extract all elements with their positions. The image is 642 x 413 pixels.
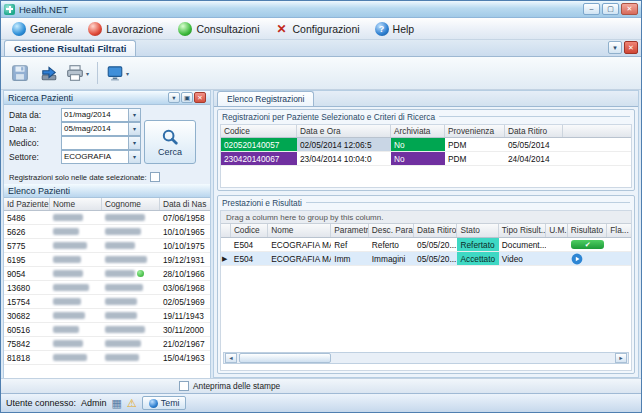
- tab-gestione-risultati-filtrati[interactable]: Gestione Risultati Filtrati: [4, 40, 136, 56]
- maximize-button[interactable]: ▢: [602, 3, 619, 15]
- only-dates-row: Registrazioni solo nelle date selezionat…: [9, 170, 205, 184]
- connected-user-value: Admin: [81, 398, 107, 408]
- column-header[interactable]: Id Paziente: [4, 198, 50, 210]
- column-header[interactable]: Data Ritiro: [505, 125, 563, 137]
- scrollbar-thumb[interactable]: [239, 353, 331, 363]
- column-header[interactable]: Codice: [231, 224, 268, 237]
- results-grid-header: Codice Nome Parametro Desc. Para... Data…: [221, 224, 631, 238]
- menu-item-label: Configurazioni: [292, 23, 359, 35]
- column-header[interactable]: Data e Ora: [297, 125, 391, 137]
- patient-id: 9054: [4, 267, 50, 280]
- footer-band: Anteprima delle stampe: [1, 378, 641, 393]
- table-row[interactable]: 020520140057 02/05/2014 12:06:5 No PDM 0…: [221, 138, 631, 152]
- close-button[interactable]: ✕: [621, 3, 638, 15]
- table-row[interactable]: 5775 10/10/1975: [4, 239, 210, 253]
- only-dates-checkbox[interactable]: [150, 172, 160, 182]
- registration-source: PDM: [445, 152, 505, 165]
- patient-name-redacted: [50, 351, 102, 364]
- column-header[interactable]: Codice: [221, 125, 297, 137]
- patient-surname-redacted: [102, 225, 160, 238]
- patient-surname-redacted: [102, 295, 160, 308]
- patient-id: 75842: [4, 337, 50, 350]
- result-value-cell[interactable]: ✔: [568, 238, 607, 251]
- import-button[interactable]: [35, 60, 62, 87]
- table-row[interactable]: 60516 30/11/2000: [4, 323, 210, 337]
- warning-icon[interactable]: ⚠: [127, 398, 137, 409]
- data-a-combo[interactable]: 05/mag/2014 ▾: [61, 122, 141, 136]
- print-button[interactable]: ▾: [64, 60, 91, 87]
- panel-close-icon[interactable]: ✕: [194, 92, 206, 103]
- group-by-drop-area[interactable]: Drag a column here to group by this colu…: [221, 211, 631, 224]
- column-header[interactable]: U.M.: [546, 224, 568, 237]
- patient-dob: 19/11/1943: [160, 309, 208, 322]
- column-header[interactable]: Archiviata: [391, 125, 445, 137]
- result-um: [546, 252, 568, 265]
- table-row[interactable]: ▶ E504 ECOGRAFIA MAMMARIA Imm Immagini 0…: [221, 252, 631, 266]
- panel-collapse-icon[interactable]: ▾: [168, 92, 180, 103]
- theme-icon: [149, 399, 158, 408]
- column-header[interactable]: Cognome: [102, 198, 160, 210]
- table-row[interactable]: 5626 10/10/1965: [4, 225, 210, 239]
- monitor-button[interactable]: ▾: [104, 60, 131, 87]
- table-row[interactable]: 9054 28/10/1966: [4, 267, 210, 281]
- table-row[interactable]: 6195 19/12/1931: [4, 253, 210, 267]
- grid-icon[interactable]: ▦: [112, 398, 122, 409]
- chevron-down-icon[interactable]: ▾: [128, 137, 140, 149]
- tab-strip-buttons: ▾ ✕: [608, 41, 641, 56]
- panel-pin-icon[interactable]: ▣: [181, 92, 193, 103]
- tab-list-dropdown-icon[interactable]: ▾: [608, 41, 622, 54]
- column-header[interactable]: Desc. Para...: [369, 224, 414, 237]
- tab-close-icon[interactable]: ✕: [624, 41, 638, 54]
- settore-combo[interactable]: ECOGRAFIA ▾: [61, 150, 141, 164]
- print-dropdown-icon[interactable]: ▾: [86, 70, 89, 77]
- scroll-right-icon[interactable]: ►: [615, 353, 627, 363]
- data-da-combo[interactable]: 01/mag/2014 ▾: [61, 108, 141, 122]
- temi-button[interactable]: Temi: [142, 396, 187, 410]
- menu-item-help[interactable]: ? Help: [368, 20, 422, 38]
- column-header[interactable]: Data di Nas: [160, 198, 208, 210]
- column-header[interactable]: Data Ritiro: [414, 224, 457, 237]
- scroll-left-icon[interactable]: ◄: [225, 353, 237, 363]
- generale-icon: [12, 22, 26, 36]
- table-row[interactable]: 5486 07/06/1958: [4, 211, 210, 225]
- column-header[interactable]: Tipo Risult...: [499, 224, 546, 237]
- table-row[interactable]: 75842 21/02/1967: [4, 337, 210, 351]
- column-header[interactable]: Stato: [457, 224, 498, 237]
- save-button[interactable]: [6, 60, 33, 87]
- result-value-cell[interactable]: [568, 252, 607, 265]
- monitor-dropdown-icon[interactable]: ▾: [126, 70, 129, 77]
- table-row[interactable]: E504 ECOGRAFIA MAMMARIA Ref Referto 05/0…: [221, 238, 631, 252]
- column-header[interactable]: Nome: [268, 224, 331, 237]
- menu-item-generale[interactable]: Generale: [5, 20, 80, 38]
- result-description: Immagini: [369, 252, 414, 265]
- chevron-down-icon[interactable]: ▾: [128, 109, 140, 121]
- cerca-button[interactable]: Cerca: [144, 120, 196, 164]
- patient-surname-redacted: [102, 323, 160, 336]
- table-row[interactable]: 81818 15/04/1963: [4, 351, 210, 365]
- column-header[interactable]: Parametro: [331, 224, 368, 237]
- menu-item-consultazioni[interactable]: Consultazioni: [171, 20, 266, 38]
- menu-item-configurazioni[interactable]: ✕ Configurazioni: [267, 20, 366, 38]
- table-row[interactable]: 30682 19/11/1943: [4, 309, 210, 323]
- column-header[interactable]: Provenienza: [445, 125, 505, 137]
- registration-archived: No: [391, 152, 445, 165]
- results-grid: Drag a column here to group by this colu…: [220, 210, 632, 371]
- table-row[interactable]: 13680 03/06/1968: [4, 281, 210, 295]
- medico-combo[interactable]: ▾: [61, 136, 141, 150]
- chevron-down-icon[interactable]: ▾: [128, 151, 140, 163]
- column-header[interactable]: Nome: [50, 198, 102, 210]
- registrations-tab-strip: Elenco Registrazioni: [214, 91, 638, 107]
- preview-checkbox[interactable]: [179, 381, 189, 391]
- column-header[interactable]: Risultato: [568, 224, 607, 237]
- result-type: Document...: [499, 238, 546, 251]
- table-row[interactable]: 230420140067 23/04/2014 10:04:0 No PDM 2…: [221, 152, 631, 166]
- horizontal-scrollbar[interactable]: ◄ ►: [223, 352, 629, 364]
- column-header[interactable]: Fla...: [607, 224, 631, 237]
- registrations-group: Registrazioni per Paziente Selezionato e…: [217, 109, 635, 191]
- table-row[interactable]: 15754 02/05/1969: [4, 295, 210, 309]
- tab-elenco-registrazioni[interactable]: Elenco Registrazioni: [217, 91, 314, 106]
- registration-pickup-date: 05/05/2014: [505, 138, 563, 151]
- menu-item-lavorazione[interactable]: Lavorazione: [81, 20, 170, 38]
- minimize-button[interactable]: –: [583, 3, 600, 15]
- chevron-down-icon[interactable]: ▾: [128, 123, 140, 135]
